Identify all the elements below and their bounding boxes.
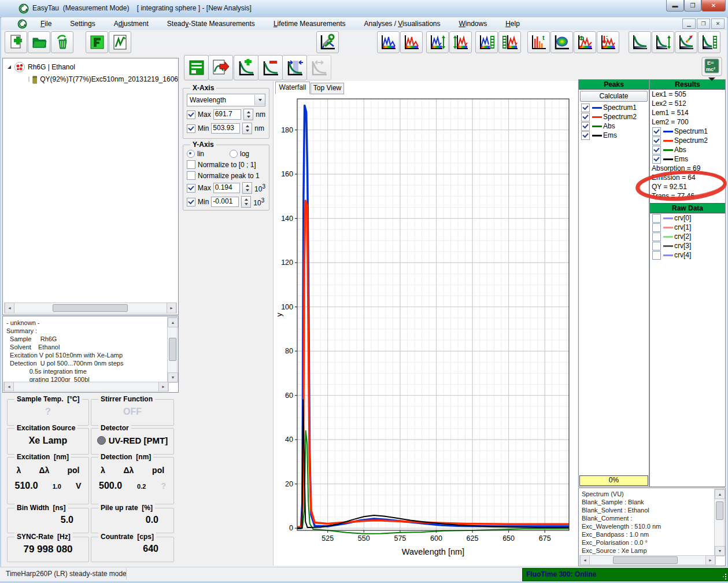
menu-lifetime-measurements[interactable]: Lifetime Measurements	[268, 18, 351, 29]
checkbox-crv3[interactable]	[652, 242, 661, 250]
exc-spectrum-series-button[interactable]	[475, 31, 498, 53]
scroll-up-arrow[interactable]: ▲	[715, 489, 725, 499]
y-min-input[interactable]: -0.001	[211, 197, 239, 207]
close-button[interactable]: ✕	[701, 0, 726, 12]
y-max-input[interactable]: 0.194	[213, 183, 240, 193]
checkbox-Abs[interactable]	[581, 122, 590, 131]
x-max-spinner[interactable]	[243, 109, 253, 120]
tree-child-row[interactable]: QY(92%)T(77%)Exc510nm_20131219_1606	[27, 73, 178, 85]
chevron-down-icon[interactable]	[254, 95, 265, 105]
excitation-spectrum-button[interactable]	[377, 31, 400, 53]
x-min-checkbox[interactable]	[187, 124, 195, 133]
info-h-scrollbar[interactable]: ◄ ►	[579, 555, 716, 565]
y-max-spinner[interactable]	[242, 182, 252, 194]
normalize-peak-checkbox[interactable]	[187, 171, 195, 180]
scroll-left-arrow[interactable]: ◄	[5, 302, 14, 313]
scroll-down-arrow[interactable]: ▼	[168, 372, 178, 382]
checkbox-Spectrum1[interactable]	[581, 104, 590, 112]
emission-spectrum-button[interactable]	[400, 31, 423, 53]
checkbox-Spectrum2[interactable]	[581, 113, 590, 121]
batch-mode-button[interactable]	[86, 31, 108, 53]
checkbox-crv1[interactable]	[652, 223, 661, 232]
calculate-button[interactable]: Calculate	[580, 91, 648, 102]
x-min-spinner[interactable]	[242, 123, 252, 134]
menu-windows[interactable]: Windows	[453, 18, 492, 29]
measurement-settings-button[interactable]	[316, 31, 339, 53]
marker-emission-spectrum-button[interactable]	[449, 31, 472, 53]
open-button[interactable]	[28, 31, 50, 53]
resize-grip[interactable]	[720, 573, 727, 580]
tab-topview[interactable]: Top View	[311, 83, 344, 94]
menu-file[interactable]: File	[35, 18, 57, 29]
delete-button[interactable]	[51, 31, 73, 53]
checkbox-crv2[interactable]	[652, 233, 661, 241]
decay-series-button[interactable]	[698, 31, 720, 53]
decay-button[interactable]	[629, 31, 651, 53]
minimize-button[interactable]: ▬	[666, 0, 684, 12]
tree-root-row[interactable]: Rh6G | Ethanol	[6, 61, 178, 73]
spectrum-chart[interactable]: 0204060801001201401601805255505756006256…	[274, 94, 575, 564]
counts-vs-time-button[interactable]: t	[527, 31, 550, 53]
normalize-01-checkbox[interactable]	[187, 160, 195, 169]
menu-adjustment[interactable]: Adjustment	[109, 18, 154, 29]
scroll-right-arrow[interactable]: ►	[167, 302, 176, 313]
x-max-checkbox[interactable]	[187, 110, 195, 119]
maximize-button[interactable]: ❐	[684, 0, 701, 12]
checkbox-Ems[interactable]	[652, 155, 661, 164]
tree-h-scrollbar[interactable]: ◄ ►	[4, 302, 177, 313]
checkbox-Spectrum1[interactable]	[652, 127, 661, 136]
emission-spectrum-series-button[interactable]	[498, 31, 521, 53]
exc-spectrum-marker-button[interactable]	[426, 31, 449, 53]
save-report-button[interactable]	[184, 55, 209, 80]
expander-collapsed-icon[interactable]	[27, 76, 29, 82]
edit-measurement-button[interactable]	[109, 31, 131, 53]
checkbox-crv0[interactable]	[652, 214, 661, 223]
decay-wavelength-button[interactable]	[675, 31, 697, 53]
zoom-x-range-button[interactable]	[282, 55, 307, 80]
summary-v-scrollbar[interactable]: ▲ ▼	[167, 317, 178, 383]
export-curve-button[interactable]	[208, 55, 233, 80]
scroll-down-arrow[interactable]: ▼	[715, 546, 725, 556]
scroll-left-arrow[interactable]: ◄	[580, 555, 590, 565]
scroll-thumb[interactable]	[716, 501, 723, 520]
scroll-up-arrow[interactable]: ▲	[168, 318, 178, 327]
x-min-input[interactable]: 503.93	[211, 123, 240, 134]
log-radio[interactable]	[230, 150, 238, 158]
scroll-thumb[interactable]	[169, 338, 176, 361]
summary-panel: - unknown -Summary : Sample Rh6G Solvent…	[2, 316, 179, 393]
checkbox-crv4[interactable]	[652, 251, 661, 260]
expander-expanded-icon[interactable]	[6, 64, 12, 70]
scroll-right-arrow[interactable]: ►	[158, 382, 168, 392]
decay-marker-button[interactable]	[652, 31, 674, 53]
x-max-input[interactable]: 691.7	[213, 109, 242, 120]
formula-button[interactable]: E= mc²	[701, 57, 723, 82]
info-v-scrollbar[interactable]: ▲ ▼	[714, 489, 725, 556]
checkbox-Ems[interactable]	[581, 131, 590, 140]
y-min-spinner[interactable]	[241, 196, 251, 208]
menu-analyses-visualisations[interactable]: Analyses / Visualisations	[359, 18, 446, 29]
tres-contour-button[interactable]	[550, 31, 573, 53]
menu-steady-state-measurements[interactable]: Steady-State Measurements	[162, 18, 260, 29]
scroll-left-arrow[interactable]: ◄	[4, 382, 14, 392]
scroll-right-arrow[interactable]: ►	[705, 555, 715, 565]
y-min-checkbox[interactable]	[187, 198, 195, 206]
remove-curve-button[interactable]	[258, 55, 283, 80]
menu-settings[interactable]: Settings	[65, 18, 100, 29]
checkbox-Spectrum2[interactable]	[652, 136, 661, 145]
mdi-restore-button[interactable]: ❐	[697, 19, 710, 29]
x-axis-variable-dropdown[interactable]: Wavelength	[187, 94, 265, 106]
summary-h-scrollbar[interactable]: ◄ ►	[3, 382, 169, 392]
menu-help[interactable]: Help	[500, 18, 525, 29]
checkbox-Abs[interactable]	[652, 146, 661, 154]
add-curve-button[interactable]	[234, 55, 258, 80]
scroll-thumb[interactable]	[53, 304, 128, 312]
temperature-spectrum-button[interactable]	[597, 31, 619, 53]
y-max-checkbox[interactable]	[187, 184, 195, 193]
scroll-thumb[interactable]	[613, 556, 678, 564]
lin-radio[interactable]	[187, 150, 195, 158]
mdi-minimize-button[interactable]: ▁	[682, 19, 696, 29]
tab-waterfall[interactable]: Waterfall	[275, 82, 310, 94]
new-measurement-button[interactable]	[5, 31, 27, 53]
mdi-close-button[interactable]: ✕	[711, 19, 725, 29]
quantum-yield-button[interactable]: Φ	[574, 31, 596, 53]
